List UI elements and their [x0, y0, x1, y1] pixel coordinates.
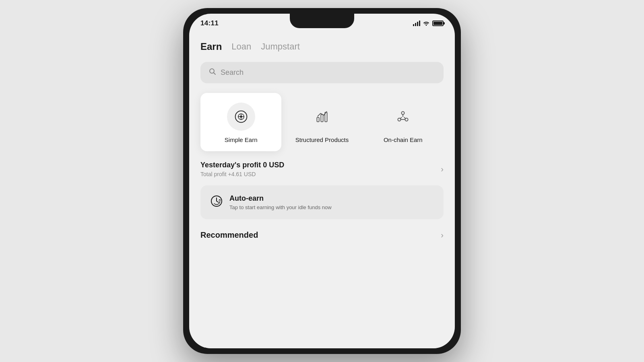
notch	[290, 14, 354, 28]
search-placeholder: Search	[221, 68, 244, 77]
product-card-onchain[interactable]: On-chain Earn	[363, 93, 444, 151]
structured-icon	[315, 109, 329, 124]
product-card-structured[interactable]: Structured Products	[281, 93, 362, 151]
status-time: 14:11	[200, 19, 219, 27]
simple-earn-label: Simple Earn	[225, 136, 258, 143]
tab-jumpstart[interactable]: Jumpstart	[261, 41, 300, 53]
structured-icon-wrap	[308, 103, 336, 131]
profit-chevron-icon: ›	[441, 165, 444, 174]
onchain-icon	[396, 109, 410, 124]
auto-earn-subtitle: Tap to start earning with your idle fund…	[229, 204, 332, 210]
structured-label: Structured Products	[295, 136, 349, 143]
profit-subtitle: Total profit +4.61 USD	[200, 171, 284, 177]
status-icons	[413, 20, 444, 27]
svg-rect-5	[321, 115, 323, 122]
search-icon	[208, 68, 217, 78]
tab-loan[interactable]: Loan	[231, 41, 251, 53]
tab-earn[interactable]: Earn	[200, 41, 222, 54]
svg-point-3	[240, 115, 242, 117]
profit-info: Yesterday's profit 0 USD Total profit +4…	[200, 161, 284, 177]
simple-earn-icon-wrap	[227, 103, 255, 131]
auto-earn-icon	[210, 195, 223, 210]
recommended-title: Recommended	[200, 230, 258, 240]
profit-section[interactable]: Yesterday's profit 0 USD Total profit +4…	[200, 161, 444, 177]
main-content: Earn Loan Jumpstart Search	[189, 33, 455, 348]
wifi-icon	[423, 20, 430, 27]
nav-tabs: Earn Loan Jumpstart	[200, 39, 444, 54]
auto-earn-text: Auto-earn Tap to start earning with your…	[229, 194, 332, 210]
simple-earn-icon	[234, 109, 248, 124]
svg-point-7	[402, 111, 405, 114]
auto-earn-title: Auto-earn	[229, 194, 332, 203]
search-bar[interactable]: Search	[200, 62, 444, 83]
phone-screen: 14:11	[189, 14, 455, 348]
product-card-simple-earn[interactable]: Simple Earn	[200, 93, 281, 151]
profit-title: Yesterday's profit 0 USD	[200, 161, 284, 169]
onchain-icon-wrap	[389, 103, 417, 131]
recommended-section[interactable]: Recommended ›	[200, 230, 444, 240]
phone-frame: 14:11	[183, 8, 461, 354]
product-cards: Simple Earn Structured Products	[200, 93, 444, 151]
recommended-chevron-icon: ›	[441, 230, 444, 240]
battery-icon	[432, 21, 444, 26]
signal-icon	[413, 21, 420, 26]
auto-earn-card[interactable]: Auto-earn Tap to start earning with your…	[200, 185, 444, 219]
onchain-label: On-chain Earn	[384, 136, 423, 143]
svg-rect-4	[317, 117, 319, 122]
